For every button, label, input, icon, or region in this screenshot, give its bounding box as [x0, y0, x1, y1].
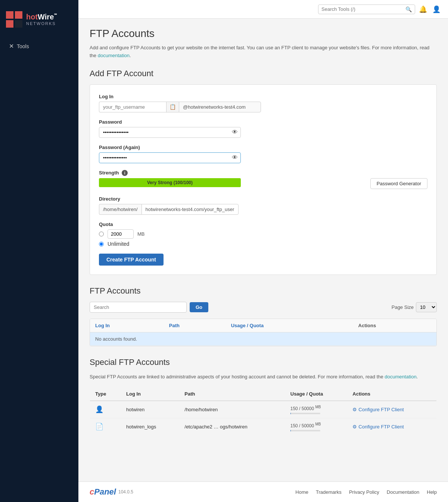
- password-again-wrap: 👁: [99, 152, 241, 163]
- svg-rect-0: [6, 11, 13, 19]
- special-login-1: hotwiren: [121, 401, 179, 418]
- cpanel-version: 104.0.5: [118, 489, 133, 495]
- main-content: 🔍 🔔 👤 FTP Accounts Add and configure FTP…: [78, 0, 448, 502]
- special-type-2: 📄: [90, 418, 121, 435]
- logo-area: hotWire℠ NETWORKS: [0, 7, 78, 39]
- login-domain: @hotwirenetworks-test4.com: [179, 102, 261, 112]
- special-ftp-desc: Special FTP Accounts are linked to admin…: [90, 373, 437, 381]
- page-size-label: Page Size: [392, 304, 414, 310]
- special-col-login: Log In: [121, 387, 179, 401]
- dir-suffix-input[interactable]: [141, 204, 239, 215]
- header: 🔍 🔔 👤: [78, 0, 448, 19]
- special-usage-1: 150 / 50000 MB: [285, 401, 348, 418]
- sidebar-item-label: Tools: [17, 43, 29, 49]
- person-icon: 👤: [95, 406, 103, 413]
- page-desc-text: Add and configure FTP Accounts to get yo…: [90, 45, 429, 58]
- page-description: Add and configure FTP Accounts to get yo…: [90, 44, 437, 60]
- quota-unlimited-row: Unlimited: [99, 241, 427, 247]
- svg-rect-1: [15, 11, 22, 19]
- special-row-1: 👤 hotwiren /home/hotwiren 150 / 50000 MB…: [90, 401, 437, 418]
- go-button[interactable]: Go: [190, 302, 208, 312]
- directory-label: Directory: [99, 196, 427, 202]
- page-doc-link[interactable]: documentation: [98, 53, 130, 58]
- ftp-search-input[interactable]: [90, 302, 187, 313]
- search-bar[interactable]: 🔍: [318, 4, 415, 14]
- sidebar-nav: ✕ Tools: [0, 39, 78, 53]
- footer-home-link[interactable]: Home: [295, 489, 308, 495]
- ftp-accounts-table-wrap: Log In Path Usage / Quota Actions No acc…: [90, 319, 437, 346]
- sidebar: hotWire℠ NETWORKS ✕ Tools: [0, 0, 78, 502]
- page-body: FTP Accounts Add and configure FTP Accou…: [78, 19, 448, 481]
- page-size-select[interactable]: 10 25 50 100: [416, 302, 437, 312]
- col-path[interactable]: Path: [164, 319, 226, 332]
- add-ftp-form: Log In 📋 @hotwirenetworks-test4.com Pass…: [90, 84, 437, 275]
- user-button[interactable]: 👤: [432, 5, 441, 13]
- special-col-path: Path: [179, 387, 285, 401]
- special-col-type: Type: [90, 387, 121, 401]
- strength-row: Very Strong (100/100) Password Generator: [99, 178, 427, 189]
- login-input-group: 📋 @hotwirenetworks-test4.com: [99, 102, 427, 112]
- password-again-group: Password (Again) 👁: [99, 145, 427, 163]
- strength-bar-fill: Very Strong (100/100): [99, 178, 241, 187]
- special-ftp-section: Special FTP Accounts Special FTP Account…: [90, 357, 437, 436]
- no-accounts-text: No accounts found.: [90, 332, 436, 346]
- col-usage-quota[interactable]: Usage / Quota: [226, 319, 353, 332]
- cpanel-footer: cPanel 104.0.5 Home Trademarks Privacy P…: [78, 481, 448, 502]
- special-login-2: hotwiren_logs: [121, 418, 179, 435]
- ftp-accounts-section: FTP Accounts Go Page Size 10 25 50 100: [90, 286, 437, 346]
- ftp-accounts-title: FTP Accounts: [90, 286, 437, 296]
- special-col-usage: Usage / Quota: [285, 387, 348, 401]
- login-label: Log In: [99, 94, 427, 99]
- quota-mb-radio[interactable]: [99, 232, 104, 236]
- strength-info-icon[interactable]: i: [122, 170, 128, 176]
- strength-label: Strength i: [99, 170, 427, 176]
- special-doc-link[interactable]: documentation: [385, 374, 416, 379]
- password-toggle-button[interactable]: 👁: [232, 129, 238, 136]
- search-go-row: Go Page Size 10 25 50 100: [90, 302, 437, 313]
- password-group: Password 👁: [99, 119, 427, 138]
- quota-unit: MB: [137, 231, 145, 237]
- directory-group: Directory /home/hotwiren/: [99, 196, 427, 215]
- quota-unlimited-radio[interactable]: [99, 242, 104, 247]
- svg-rect-3: [15, 20, 22, 28]
- page-title: FTP Accounts: [90, 28, 437, 40]
- special-path-2: /etc/apache2 … ogs/hotwiren: [179, 418, 285, 435]
- footer-help-link[interactable]: Help: [427, 489, 437, 495]
- ftp-accounts-table: Log In Path Usage / Quota Actions No acc…: [90, 319, 436, 346]
- col-login[interactable]: Log In: [90, 319, 164, 332]
- configure-ftp-client-1-link[interactable]: ⚙ Configure FTP Client: [352, 407, 431, 412]
- strength-text: Very Strong (100/100): [147, 180, 193, 185]
- search-icon: 🔍: [405, 6, 412, 12]
- notifications-button[interactable]: 🔔: [419, 5, 427, 13]
- password-input-wrap: 👁: [99, 127, 241, 138]
- create-ftp-button[interactable]: Create FTP Account: [99, 254, 164, 266]
- password-input[interactable]: [99, 127, 241, 138]
- page-size-row: Page Size 10 25 50 100: [392, 302, 437, 312]
- cpanel-logo: cPanel 104.0.5: [90, 487, 133, 497]
- quota-value-input[interactable]: [108, 229, 134, 239]
- special-col-actions: Actions: [347, 387, 436, 401]
- special-actions-2: ⚙ Configure FTP Client: [347, 418, 436, 435]
- special-actions-1: ⚙ Configure FTP Client: [347, 401, 436, 418]
- footer-documentation-link[interactable]: Documentation: [387, 489, 419, 495]
- sidebar-item-tools[interactable]: ✕ Tools: [4, 39, 75, 53]
- username-input[interactable]: [99, 102, 166, 112]
- svg-rect-2: [6, 20, 13, 28]
- cpanel-logo-text: cPanel: [90, 487, 116, 497]
- search-tools-input[interactable]: [321, 6, 405, 12]
- password-again-toggle-button[interactable]: 👁: [232, 154, 238, 161]
- quota-group: Quota MB Unlimited: [99, 221, 427, 247]
- footer-trademarks-link[interactable]: Trademarks: [316, 489, 342, 495]
- footer-privacy-link[interactable]: Privacy Policy: [349, 489, 379, 495]
- password-again-input[interactable]: [99, 152, 241, 163]
- configure-ftp-client-2-link[interactable]: ⚙ Configure FTP Client: [352, 424, 431, 430]
- special-row-2: 📄 hotwiren_logs /etc/apache2 … ogs/hotwi…: [90, 418, 437, 435]
- password-generator-button[interactable]: Password Generator: [370, 178, 427, 189]
- add-ftp-title: Add FTP Account: [90, 69, 437, 78]
- copy-username-button[interactable]: 📋: [166, 102, 179, 112]
- strength-bar-area: Very Strong (100/100): [99, 178, 363, 189]
- dir-prefix: /home/hotwiren/: [99, 204, 141, 215]
- password-label: Password: [99, 119, 427, 125]
- special-type-1: 👤: [90, 401, 121, 418]
- no-accounts-row: No accounts found.: [90, 332, 436, 346]
